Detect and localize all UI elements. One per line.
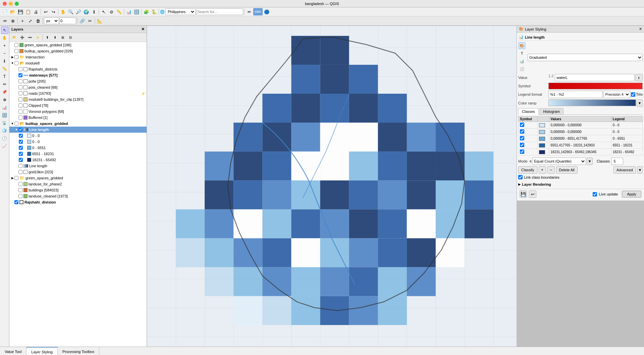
styling-close-icon[interactable]: ✕ [639,27,642,31]
advanced-dropdown-btn[interactable]: ▼ [637,166,643,174]
layer-checkbox[interactable] [18,170,22,174]
layer-checkbox[interactable] [14,43,18,47]
layer-pois-cleaned[interactable]: pois_cleaned [68] [9,84,147,90]
print-icon[interactable]: 🖨 [32,8,40,15]
row-checkbox[interactable] [520,149,524,154]
remove-class-icon[interactable]: − [547,166,555,174]
measure-icon[interactable]: 📏 [115,8,123,15]
expand-icon[interactable] [15,188,18,192]
live-update-checkbox[interactable] [593,192,597,196]
field-calc-icon[interactable]: 🔢 [133,8,140,15]
layer-checkbox[interactable] [18,116,22,120]
class-row-3[interactable]: 0,000000 - 6551,417765 0 - 6551 [519,135,643,142]
advanced-button[interactable]: Advanced [613,166,636,174]
layer-checkbox[interactable] [19,140,23,144]
trace-icon[interactable]: ✂ [86,17,94,25]
px-combo[interactable]: px [44,17,59,24]
stats-tool[interactable]: 📊 [1,104,8,111]
symbol-color-bar[interactable] [548,83,643,89]
undo-icon[interactable]: ↩ [42,8,49,15]
layer-checkbox[interactable] [14,55,18,59]
layer-grid10km[interactable]: grid10km [323] [9,169,147,175]
edit-tool[interactable]: ✏ [1,81,8,88]
zoom-in-tool[interactable]: + [1,42,8,49]
layer-checkbox[interactable] [18,97,22,101]
layer-pofw[interactable]: pofw [205] [9,78,147,84]
layer-clipped[interactable]: Clipped [78] [9,102,147,108]
class-row-1[interactable]: 0,000000 - 0,000000 0 - 0 [519,122,643,129]
new-project-icon[interactable]: 📄 [1,8,9,15]
layer-class-0-0-1[interactable]: 0 - 0 [9,133,147,139]
delete-all-button[interactable]: Delete All [556,166,578,174]
python-icon[interactable]: 🐍 [150,8,158,15]
add-layer-icon[interactable]: ➕ [18,34,26,41]
expand-all-icon[interactable]: ⊞ [59,34,66,41]
layer-class-18231-65492[interactable]: 18231 - 65492 [9,157,147,163]
collapse-all-icon[interactable]: ⊟ [67,34,74,41]
expand-icon[interactable] [11,201,14,204]
location-combo[interactable]: Philippines [165,8,196,15]
layer-checkbox[interactable] [18,194,22,198]
save-as-icon[interactable]: 📋 [24,8,32,15]
titlebar-buttons[interactable] [3,2,19,6]
color-ramp-bar[interactable] [548,99,636,106]
row-checkbox[interactable] [520,136,524,140]
digitize-icon[interactable]: ✏ [246,8,253,15]
deselect-icon[interactable]: ⊘ [108,8,115,15]
layer-checkbox[interactable] [19,158,23,162]
select-tool[interactable]: ↖ [1,27,8,34]
layer-checkbox[interactable] [18,67,22,71]
expand-icon[interactable] [15,194,18,198]
classes-spinbox[interactable] [611,158,623,165]
layer-intersection[interactable]: ▶ 📁 Intersection [9,54,147,60]
open-layer-icon[interactable]: 📂 [11,34,18,41]
layer-voronoi[interactable]: Voronoi polygons [68] [9,108,147,115]
layer-checkbox[interactable] [18,182,22,186]
cdc-icon[interactable]: CDC [253,8,263,15]
measure-tool[interactable]: 📏 [1,65,8,73]
layer-module8[interactable]: ▼ 📂 module8 [9,60,147,66]
expand-icon[interactable]: ▶ [11,176,14,180]
advanced-digi-icon[interactable]: 📐 [96,17,103,25]
expand-icon[interactable]: ▼ [15,128,18,131]
zoom-full-icon[interactable]: 🌍 [83,8,90,15]
open-project-icon[interactable]: 📂 [9,8,16,15]
row-checkbox[interactable] [520,143,524,147]
plugin2-icon[interactable]: 🔵 [263,8,270,15]
zoom-in-icon[interactable]: 🔍 [67,8,74,15]
layer-builtup-spaces[interactable]: builtup_spaces_gridded [329] [9,48,147,54]
gps-tool[interactable]: 📡 [1,119,8,127]
layer-line-length-2[interactable]: Line length [9,163,147,169]
identify-tool[interactable]: ℹ [1,57,8,65]
zoom-out-icon[interactable]: 🔎 [75,8,82,15]
layer-buildings[interactable]: buildings [584023] [9,187,147,193]
renderer-select[interactable]: Graduated Single Symbol Categorized Rule… [528,54,643,61]
color-ramp-dropdown[interactable]: ▼ [637,99,643,107]
expand-icon[interactable]: ▼ [11,61,14,65]
layer-checkbox[interactable] [14,49,18,53]
layer-checkbox[interactable] [19,152,23,156]
layer-rajshahi-division[interactable]: Rajshahi_division [9,199,147,205]
renderer-mask-icon[interactable]: ⬜ [519,65,525,72]
select-icon[interactable]: ↖ [100,8,107,15]
apply-button[interactable]: Apply [622,191,641,197]
layer-landuse-phase2[interactable]: landuse_for_phase2 [9,181,147,187]
tab-processing-toolbox[interactable]: Processing Toolbox [58,347,99,355]
filter-icon[interactable]: ⚡ [34,34,41,41]
layer-class-0-0-2[interactable]: 0 - 0 [9,139,147,145]
layer-checkbox[interactable] [18,91,22,95]
layer-checkbox[interactable] [14,200,18,204]
move-up-icon[interactable]: ⬆ [44,34,51,41]
layer-checkbox[interactable] [18,188,22,192]
value-input[interactable] [555,74,635,81]
map-area[interactable] [147,26,517,347]
layer-checkbox[interactable] [14,61,18,65]
move-feature-icon[interactable]: ⤢ [26,17,34,25]
label-tool[interactable]: T [1,73,8,80]
mode-select[interactable]: Equal Count (Quantile) Equal Interval Na… [532,158,586,165]
maximize-button[interactable] [15,2,19,6]
zoom-out-tool[interactable]: − [1,50,8,57]
class-row-2[interactable]: 0,000000 - 0,000000 0 - 0 [519,129,643,135]
expand-icon[interactable] [15,92,18,95]
layer-green-spaces-gridded[interactable]: green_spaces_gridded [186] [9,42,147,48]
